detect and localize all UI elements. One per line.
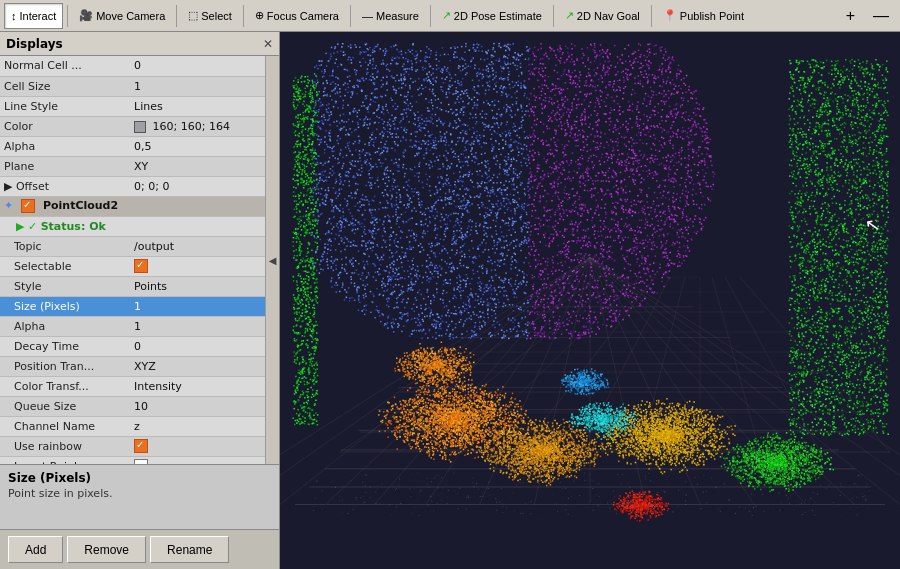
prop-normal-cell[interactable]: Normal Cell ... 0 [0, 56, 265, 76]
prop-style[interactable]: Style Points [0, 276, 265, 296]
prop-decay-time[interactable]: Decay Time 0 [0, 336, 265, 356]
prop-value[interactable]: XY [130, 156, 265, 176]
prop-line-style[interactable]: Line Style Lines [0, 96, 265, 116]
prop-key: Invert Rainbow [0, 456, 130, 464]
prop-key: Color [0, 116, 130, 136]
prop-status[interactable]: ▶ ✓ Status: Ok [0, 216, 265, 236]
prop-value[interactable]: 0 [130, 56, 265, 76]
prop-invert-rainbow[interactable]: Invert Rainbow [0, 456, 265, 464]
prop-value[interactable]: 1 [130, 296, 265, 316]
prop-channel-name[interactable]: Channel Name z [0, 416, 265, 436]
move-camera-label: Move Camera [96, 10, 165, 22]
remove-button[interactable]: Remove [67, 536, 146, 563]
select-button[interactable]: ⬚ Select [181, 3, 239, 29]
separator3 [243, 5, 244, 27]
invert-rainbow-checkbox[interactable] [134, 459, 148, 464]
prop-value[interactable] [130, 456, 265, 464]
point-cloud-canvas [280, 32, 900, 569]
prop-value[interactable]: 160; 160; 164 [130, 116, 265, 136]
prop-value[interactable]: 1 [130, 76, 265, 96]
measure-icon: — [362, 10, 373, 22]
prop-value[interactable]: Points [130, 276, 265, 296]
select-label: Select [201, 10, 232, 22]
displays-header: Displays ✕ [0, 32, 279, 56]
prop-color[interactable]: Color 160; 160; 164 [0, 116, 265, 136]
prop-key: Channel Name [0, 416, 130, 436]
prop-offset[interactable]: ▶ Offset 0; 0; 0 [0, 176, 265, 196]
prop-key: Topic [0, 236, 130, 256]
pointcloud-checkbox[interactable] [21, 199, 35, 213]
3d-viewport[interactable]: /* rendered via JS below */ ↖ [280, 32, 900, 569]
separator5 [430, 5, 431, 27]
prop-value[interactable] [130, 436, 265, 456]
prop-value[interactable]: /output [130, 236, 265, 256]
prop-value[interactable]: Intensity [130, 376, 265, 396]
pointcloud-header[interactable]: ✦ PointCloud2 [0, 196, 265, 216]
prop-color-transformer[interactable]: Color Transf... Intensity [0, 376, 265, 396]
prop-position-transformer[interactable]: Position Tran... XYZ [0, 356, 265, 376]
prop-topic[interactable]: Topic /output [0, 236, 265, 256]
prop-value[interactable]: XYZ [130, 356, 265, 376]
menu-button[interactable]: — [866, 3, 896, 29]
prop-value[interactable]: 10 [130, 396, 265, 416]
focus-camera-icon: ⊕ [255, 9, 264, 22]
prop-value[interactable]: 1 [130, 316, 265, 336]
status-title: Size (Pixels) [8, 471, 271, 485]
properties-scroll[interactable]: Normal Cell ... 0 Cell Size 1 Line Style… [0, 56, 265, 464]
scroll-right[interactable]: ◀ [265, 56, 279, 464]
interact-label: Interact [20, 10, 57, 22]
pointcloud-name: PointCloud2 [43, 199, 118, 212]
interact-button[interactable]: ↕ Interact [4, 3, 63, 29]
prop-key: Size (Pixels) [0, 296, 130, 316]
selectable-checkbox[interactable] [134, 259, 148, 273]
select-icon: ⬚ [188, 9, 198, 22]
bottom-buttons: Add Remove Rename [0, 529, 279, 569]
add-button[interactable]: Add [8, 536, 63, 563]
2d-nav-icon: ↗ [565, 9, 574, 22]
prop-key: Use rainbow [0, 436, 130, 456]
2d-pose-button[interactable]: ↗ 2D Pose Estimate [435, 3, 549, 29]
prop-key: Style [0, 276, 130, 296]
measure-button[interactable]: — Measure [355, 3, 426, 29]
prop-status-cell: ▶ ✓ Status: Ok [0, 216, 265, 236]
separator6 [553, 5, 554, 27]
separator4 [350, 5, 351, 27]
use-rainbow-checkbox[interactable] [134, 439, 148, 453]
prop-queue-size[interactable]: Queue Size 10 [0, 396, 265, 416]
prop-key: Position Tran... [0, 356, 130, 376]
prop-value[interactable]: 0 [130, 336, 265, 356]
prop-key: Selectable [0, 256, 130, 276]
prop-cell-size[interactable]: Cell Size 1 [0, 76, 265, 96]
publish-point-button[interactable]: 📍 Publish Point [656, 3, 751, 29]
prop-key: Color Transf... [0, 376, 130, 396]
2d-nav-label: 2D Nav Goal [577, 10, 640, 22]
prop-value[interactable] [130, 256, 265, 276]
status-text: Status: Ok [41, 220, 106, 233]
prop-value[interactable]: z [130, 416, 265, 436]
prop-value[interactable]: Lines [130, 96, 265, 116]
interact-icon: ↕ [11, 10, 17, 22]
add-display-button[interactable]: + [839, 3, 862, 29]
measure-label: Measure [376, 10, 419, 22]
focus-camera-button[interactable]: ⊕ Focus Camera [248, 3, 346, 29]
2d-nav-button[interactable]: ↗ 2D Nav Goal [558, 3, 647, 29]
prop-plane[interactable]: Plane XY [0, 156, 265, 176]
close-displays-button[interactable]: ✕ [263, 37, 273, 51]
prop-size-pixels[interactable]: Size (Pixels) 1 [0, 296, 265, 316]
prop-value[interactable]: 0,5 [130, 136, 265, 156]
separator [67, 5, 68, 27]
prop-value[interactable]: 0; 0; 0 [130, 176, 265, 196]
pointcloud-title[interactable]: ✦ PointCloud2 [0, 196, 265, 216]
prop-alpha[interactable]: Alpha 0,5 [0, 136, 265, 156]
mouse-cursor: ↖ [863, 213, 882, 236]
move-camera-button[interactable]: 🎥 Move Camera [72, 3, 172, 29]
prop-selectable[interactable]: Selectable [0, 256, 265, 276]
status-bar: Size (Pixels) Point size in pixels. [0, 464, 279, 529]
rename-button[interactable]: Rename [150, 536, 229, 563]
prop-alpha2[interactable]: Alpha 1 [0, 316, 265, 336]
prop-use-rainbow[interactable]: Use rainbow [0, 436, 265, 456]
2d-pose-label: 2D Pose Estimate [454, 10, 542, 22]
color-swatch [134, 121, 146, 133]
prop-key: Plane [0, 156, 130, 176]
prop-key: Line Style [0, 96, 130, 116]
